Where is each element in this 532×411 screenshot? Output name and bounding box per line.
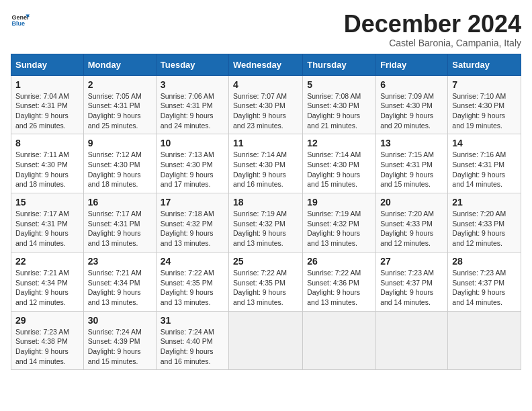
calendar-cell: 30Sunrise: 7:24 AM Sunset: 4:39 PM Dayli… bbox=[83, 311, 156, 370]
day-number: 29 bbox=[15, 315, 79, 326]
calendar-week-2: 8Sunrise: 7:11 AM Sunset: 4:30 PM Daylig… bbox=[11, 134, 521, 193]
day-number: 1 bbox=[15, 79, 79, 90]
header-saturday: Saturday bbox=[448, 54, 521, 75]
day-info: Sunrise: 7:17 AM Sunset: 4:31 PM Dayligh… bbox=[88, 209, 152, 248]
day-info: Sunrise: 7:13 AM Sunset: 4:30 PM Dayligh… bbox=[161, 150, 224, 189]
day-number: 12 bbox=[307, 138, 371, 148]
day-number: 16 bbox=[88, 197, 152, 208]
day-info: Sunrise: 7:20 AM Sunset: 4:33 PM Dayligh… bbox=[452, 209, 517, 248]
day-number: 24 bbox=[161, 256, 224, 267]
calendar-cell: 5Sunrise: 7:08 AM Sunset: 4:30 PM Daylig… bbox=[303, 75, 376, 134]
day-number: 6 bbox=[380, 79, 443, 90]
calendar-cell: 26Sunrise: 7:22 AM Sunset: 4:36 PM Dayli… bbox=[303, 252, 376, 311]
calendar-cell: 25Sunrise: 7:22 AM Sunset: 4:35 PM Dayli… bbox=[229, 252, 303, 311]
day-number: 13 bbox=[380, 138, 443, 148]
calendar-cell: 28Sunrise: 7:23 AM Sunset: 4:37 PM Dayli… bbox=[448, 252, 521, 311]
calendar-cell: 23Sunrise: 7:21 AM Sunset: 4:34 PM Dayli… bbox=[83, 252, 156, 311]
calendar-header-row: SundayMondayTuesdayWednesdayThursdayFrid… bbox=[11, 54, 521, 75]
logo: General Blue bbox=[11, 11, 30, 30]
day-number: 7 bbox=[452, 79, 517, 90]
calendar-cell bbox=[376, 311, 448, 370]
calendar-cell: 18Sunrise: 7:19 AM Sunset: 4:32 PM Dayli… bbox=[229, 193, 303, 253]
header-sunday: Sunday bbox=[11, 54, 84, 75]
calendar-body: 1Sunrise: 7:04 AM Sunset: 4:31 PM Daylig… bbox=[11, 75, 521, 370]
page-subtitle: Castel Baronia, Campania, Italy bbox=[344, 38, 521, 48]
page-header: General Blue December 2024 Castel Baroni… bbox=[11, 11, 521, 48]
calendar-cell: 16Sunrise: 7:17 AM Sunset: 4:31 PM Dayli… bbox=[83, 193, 156, 253]
svg-text:Blue: Blue bbox=[11, 20, 25, 27]
day-info: Sunrise: 7:19 AM Sunset: 4:32 PM Dayligh… bbox=[307, 209, 371, 248]
calendar-week-4: 22Sunrise: 7:21 AM Sunset: 4:34 PM Dayli… bbox=[11, 252, 521, 311]
calendar-cell: 29Sunrise: 7:23 AM Sunset: 4:38 PM Dayli… bbox=[11, 311, 84, 370]
calendar-cell: 22Sunrise: 7:21 AM Sunset: 4:34 PM Dayli… bbox=[11, 252, 84, 311]
day-info: Sunrise: 7:12 AM Sunset: 4:30 PM Dayligh… bbox=[88, 150, 152, 189]
title-area: December 2024 Castel Baronia, Campania, … bbox=[344, 11, 521, 48]
day-info: Sunrise: 7:21 AM Sunset: 4:34 PM Dayligh… bbox=[15, 268, 79, 308]
header-thursday: Thursday bbox=[303, 54, 376, 75]
calendar-cell: 8Sunrise: 7:11 AM Sunset: 4:30 PM Daylig… bbox=[11, 134, 84, 193]
header-monday: Monday bbox=[83, 54, 156, 75]
day-info: Sunrise: 7:23 AM Sunset: 4:37 PM Dayligh… bbox=[452, 268, 517, 308]
day-number: 22 bbox=[15, 256, 79, 267]
calendar-cell: 13Sunrise: 7:15 AM Sunset: 4:31 PM Dayli… bbox=[376, 134, 448, 193]
day-info: Sunrise: 7:08 AM Sunset: 4:30 PM Dayligh… bbox=[307, 91, 371, 131]
day-info: Sunrise: 7:14 AM Sunset: 4:30 PM Dayligh… bbox=[307, 150, 371, 189]
day-number: 20 bbox=[380, 197, 443, 208]
calendar-week-5: 29Sunrise: 7:23 AM Sunset: 4:38 PM Dayli… bbox=[11, 311, 521, 370]
day-number: 17 bbox=[161, 197, 224, 208]
calendar-cell bbox=[303, 311, 376, 370]
day-number: 4 bbox=[233, 79, 298, 90]
calendar-cell: 21Sunrise: 7:20 AM Sunset: 4:33 PM Dayli… bbox=[448, 193, 521, 253]
calendar-cell: 27Sunrise: 7:23 AM Sunset: 4:37 PM Dayli… bbox=[376, 252, 448, 311]
calendar-cell: 2Sunrise: 7:05 AM Sunset: 4:31 PM Daylig… bbox=[83, 75, 156, 134]
day-number: 31 bbox=[161, 315, 224, 326]
header-wednesday: Wednesday bbox=[229, 54, 303, 75]
calendar-cell: 7Sunrise: 7:10 AM Sunset: 4:30 PM Daylig… bbox=[448, 75, 521, 134]
day-number: 2 bbox=[88, 79, 152, 90]
calendar-week-1: 1Sunrise: 7:04 AM Sunset: 4:31 PM Daylig… bbox=[11, 75, 521, 134]
calendar-cell: 15Sunrise: 7:17 AM Sunset: 4:31 PM Dayli… bbox=[11, 193, 84, 253]
calendar-cell: 3Sunrise: 7:06 AM Sunset: 4:31 PM Daylig… bbox=[156, 75, 228, 134]
calendar-cell: 10Sunrise: 7:13 AM Sunset: 4:30 PM Dayli… bbox=[156, 134, 228, 193]
day-number: 19 bbox=[307, 197, 371, 208]
day-info: Sunrise: 7:14 AM Sunset: 4:30 PM Dayligh… bbox=[233, 150, 298, 189]
day-number: 3 bbox=[161, 79, 224, 90]
day-info: Sunrise: 7:23 AM Sunset: 4:38 PM Dayligh… bbox=[15, 327, 79, 367]
calendar-cell: 1Sunrise: 7:04 AM Sunset: 4:31 PM Daylig… bbox=[11, 75, 84, 134]
page-title: December 2024 bbox=[344, 11, 521, 38]
calendar-table: SundayMondayTuesdayWednesdayThursdayFrid… bbox=[11, 54, 521, 371]
day-info: Sunrise: 7:18 AM Sunset: 4:32 PM Dayligh… bbox=[161, 209, 224, 248]
calendar-cell: 24Sunrise: 7:22 AM Sunset: 4:35 PM Dayli… bbox=[156, 252, 228, 311]
day-number: 28 bbox=[452, 256, 517, 267]
calendar-cell: 11Sunrise: 7:14 AM Sunset: 4:30 PM Dayli… bbox=[229, 134, 303, 193]
day-info: Sunrise: 7:22 AM Sunset: 4:35 PM Dayligh… bbox=[161, 268, 224, 308]
day-info: Sunrise: 7:22 AM Sunset: 4:36 PM Dayligh… bbox=[307, 268, 371, 308]
day-info: Sunrise: 7:21 AM Sunset: 4:34 PM Dayligh… bbox=[88, 268, 152, 308]
calendar-week-3: 15Sunrise: 7:17 AM Sunset: 4:31 PM Dayli… bbox=[11, 193, 521, 253]
calendar-cell: 19Sunrise: 7:19 AM Sunset: 4:32 PM Dayli… bbox=[303, 193, 376, 253]
day-number: 27 bbox=[380, 256, 443, 267]
day-number: 8 bbox=[15, 138, 79, 148]
day-number: 23 bbox=[88, 256, 152, 267]
day-info: Sunrise: 7:11 AM Sunset: 4:30 PM Dayligh… bbox=[15, 150, 79, 189]
day-info: Sunrise: 7:05 AM Sunset: 4:31 PM Dayligh… bbox=[88, 91, 152, 131]
calendar-cell: 17Sunrise: 7:18 AM Sunset: 4:32 PM Dayli… bbox=[156, 193, 228, 253]
day-info: Sunrise: 7:10 AM Sunset: 4:30 PM Dayligh… bbox=[452, 91, 517, 131]
day-info: Sunrise: 7:07 AM Sunset: 4:30 PM Dayligh… bbox=[233, 91, 298, 131]
day-info: Sunrise: 7:23 AM Sunset: 4:37 PM Dayligh… bbox=[380, 268, 443, 308]
day-number: 14 bbox=[452, 138, 517, 148]
calendar-cell: 9Sunrise: 7:12 AM Sunset: 4:30 PM Daylig… bbox=[83, 134, 156, 193]
day-number: 30 bbox=[88, 315, 152, 326]
calendar-cell: 14Sunrise: 7:16 AM Sunset: 4:31 PM Dayli… bbox=[448, 134, 521, 193]
day-info: Sunrise: 7:06 AM Sunset: 4:31 PM Dayligh… bbox=[161, 91, 224, 131]
calendar-cell bbox=[448, 311, 521, 370]
day-info: Sunrise: 7:24 AM Sunset: 4:39 PM Dayligh… bbox=[88, 327, 152, 367]
day-info: Sunrise: 7:04 AM Sunset: 4:31 PM Dayligh… bbox=[15, 91, 79, 131]
day-number: 25 bbox=[233, 256, 298, 267]
calendar-cell: 12Sunrise: 7:14 AM Sunset: 4:30 PM Dayli… bbox=[303, 134, 376, 193]
logo-icon: General Blue bbox=[11, 11, 30, 30]
day-number: 26 bbox=[307, 256, 371, 267]
day-info: Sunrise: 7:15 AM Sunset: 4:31 PM Dayligh… bbox=[380, 150, 443, 189]
day-info: Sunrise: 7:16 AM Sunset: 4:31 PM Dayligh… bbox=[452, 150, 517, 189]
calendar-cell: 6Sunrise: 7:09 AM Sunset: 4:30 PM Daylig… bbox=[376, 75, 448, 134]
